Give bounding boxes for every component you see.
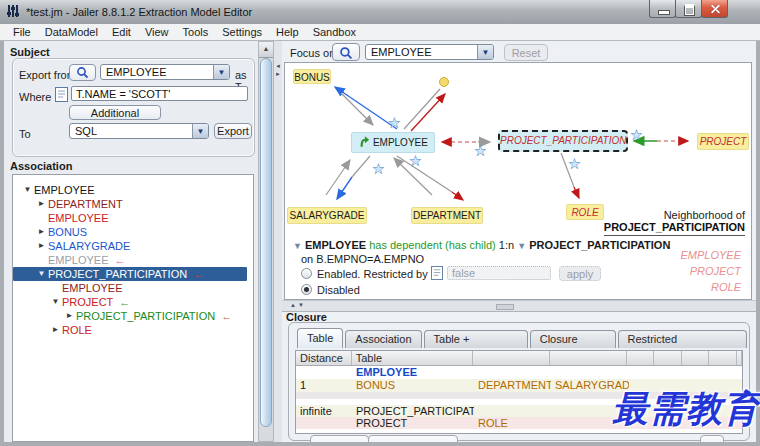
subject-search-button[interactable]	[69, 64, 96, 81]
menu-help[interactable]: Help	[269, 25, 306, 39]
splitter-collapse-right-icon[interactable]: ►	[275, 71, 281, 77]
disabled-radio[interactable]	[301, 284, 312, 295]
left-panel-scrollbar[interactable]: ▲	[258, 41, 274, 442]
graph-node-bonus[interactable]: BONUS	[293, 69, 331, 84]
title-bar[interactable]: *test.jm - Jailer 8.8.1.2 Extraction Mod…	[0, 0, 760, 25]
tree-item-role[interactable]: ►ROLE	[13, 323, 253, 337]
tree-item-label[interactable]: PROJECT_PARTICIPATION	[76, 310, 215, 322]
chevron-down-icon[interactable]: ▼	[213, 65, 229, 79]
tree-item-label[interactable]: EMPLOYEE	[62, 282, 123, 294]
column-header-empty[interactable]	[550, 351, 628, 365]
column-header-empty[interactable]	[627, 351, 654, 365]
tab-association[interactable]: Association	[345, 330, 421, 348]
splitter-up-icon[interactable]: ▲	[290, 302, 296, 308]
tree-item-employee[interactable]: EMPLOYEE	[13, 211, 253, 225]
tab-closure-border[interactable]: Closure Border	[530, 330, 616, 348]
tree-collapsed-icon[interactable]: ►	[35, 197, 48, 211]
tree-item-label[interactable]: PROJECT	[62, 296, 113, 308]
column-header-table[interactable]: Table	[352, 351, 473, 365]
tree-item-label[interactable]: BONUS	[48, 226, 87, 238]
tree-item-employee-ignored[interactable]: EMPLOYEE←	[13, 253, 253, 267]
bottom-partial-button[interactable]	[310, 435, 369, 442]
vertical-splitter[interactable]: ◄ ►	[274, 41, 282, 442]
enabled-label: Enabled. Restricted by	[317, 268, 428, 280]
export-button[interactable]: Export	[214, 123, 252, 139]
graph-node-employee[interactable]: EMPLOYEE	[351, 132, 435, 153]
menu-file[interactable]: File	[6, 25, 38, 39]
graph-node-salarygrade[interactable]: SALARYGRADE	[287, 207, 367, 224]
graph-node-department[interactable]: DEPARTMENT	[411, 207, 483, 224]
reset-button[interactable]: Reset	[504, 44, 548, 61]
bottom-partial-button[interactable]	[368, 435, 458, 442]
svg-text:★: ★	[475, 144, 486, 158]
maximize-button[interactable]	[675, 0, 702, 18]
focus-table-combo[interactable]: EMPLOYEE ▼	[365, 44, 494, 60]
graph-node-project[interactable]: PROJECT	[697, 133, 749, 150]
tree-item-employee-root[interactable]: ▼EMPLOYEE	[13, 183, 253, 197]
tree-item-project-participation-child[interactable]: ►PROJECT_PARTICIPATION←	[13, 309, 253, 323]
splitter-down-icon[interactable]: ▼	[298, 302, 304, 308]
tree-item-employee-child[interactable]: EMPLOYEE	[13, 281, 253, 295]
graph-node-project-participation[interactable]: PROJECT_PARTICIPATION	[498, 130, 628, 152]
export-format-value: SQL	[75, 124, 192, 138]
condition-editor-icon[interactable]	[55, 87, 68, 104]
bottom-partial-button[interactable]	[700, 435, 724, 442]
menu-sandbox[interactable]: Sandbox	[306, 25, 363, 39]
minimize-button[interactable]	[649, 0, 676, 18]
tree-item-label[interactable]: SALARYGRADE	[48, 240, 130, 252]
table-row[interactable]: EMPLOYEE	[296, 366, 742, 379]
tree-item-label[interactable]: DEPARTMENT	[48, 198, 123, 210]
tree-collapsed-icon[interactable]: ►	[49, 323, 62, 337]
tree-item-department[interactable]: ►DEPARTMENT	[13, 197, 253, 211]
tab-table-association[interactable]: Table + Association	[424, 330, 528, 348]
column-header-empty[interactable]	[709, 351, 737, 365]
tree-item-project[interactable]: ▼PROJECT←	[13, 295, 253, 309]
focus-search-button[interactable]	[332, 43, 360, 61]
column-header-empty[interactable]	[682, 351, 709, 365]
tree-expanded-icon[interactable]: ▼	[35, 267, 48, 281]
column-header-distance[interactable]: Distance	[296, 351, 352, 365]
tree-item-label[interactable]: EMPLOYEE	[34, 184, 95, 196]
chevron-down-icon[interactable]: ▼	[192, 124, 208, 138]
scrollbar-thumb[interactable]	[260, 58, 272, 427]
where-condition-input[interactable]	[71, 86, 248, 101]
enabled-radio[interactable]	[301, 268, 312, 279]
tree-item-label[interactable]: EMPLOYEE	[48, 254, 109, 266]
tree-collapsed-icon[interactable]: ►	[35, 239, 48, 253]
chevron-down-icon[interactable]: ▼	[477, 45, 493, 59]
menu-settings[interactable]: Settings	[215, 25, 269, 39]
splitter-grip[interactable]	[496, 304, 514, 310]
menu-edit[interactable]: Edit	[105, 25, 138, 39]
tree-item-label[interactable]: PROJECT_PARTICIPATION	[48, 268, 187, 280]
model-graph-canvas[interactable]: ★★★ ★★★ BONUS EMPLOYEE PROJECT_PARTICIPA…	[284, 62, 752, 300]
tree-item-label[interactable]: ROLE	[62, 324, 92, 336]
tree-expanded-icon[interactable]: ▼	[49, 295, 62, 309]
tab-restricted-dependencies[interactable]: Restricted Dependencies	[618, 330, 747, 348]
menu-view[interactable]: View	[138, 25, 176, 39]
focus-table-value: EMPLOYEE	[371, 45, 477, 59]
graph-node-role[interactable]: ROLE	[566, 204, 604, 220]
export-format-combo[interactable]: SQL ▼	[69, 123, 209, 139]
tree-item-salarygrade[interactable]: ►SALARYGRADE	[13, 239, 253, 253]
tree-item-project-participation-selected[interactable]: ▼PROJECT_PARTICIPATION←	[13, 267, 247, 281]
restriction-editor-icon[interactable]	[431, 266, 443, 282]
tree-collapsed-icon[interactable]: ►	[63, 309, 76, 323]
export-from-combo[interactable]: EMPLOYEE ▼	[100, 64, 230, 80]
close-button[interactable]	[701, 0, 728, 18]
column-header-empty[interactable]	[654, 351, 682, 365]
column-header-empty[interactable]	[473, 351, 550, 365]
additional-subjects-button[interactable]: Additional Subjects	[69, 105, 161, 120]
splitter-collapse-left-icon[interactable]: ◄	[275, 63, 281, 69]
restriction-condition-input[interactable]	[447, 266, 551, 280]
menu-tools[interactable]: Tools	[176, 25, 216, 39]
tree-collapsed-icon[interactable]: ►	[35, 225, 48, 239]
related-table: PROJECT	[690, 265, 741, 277]
apply-button[interactable]: apply	[559, 266, 601, 281]
tree-item-label[interactable]: EMPLOYEE	[48, 212, 109, 224]
menu-datamodel[interactable]: DataModel	[38, 25, 105, 39]
horizontal-splitter[interactable]: ▲ ▼	[282, 300, 756, 312]
tree-item-bonus[interactable]: ►BONUS	[13, 225, 253, 239]
tree-expanded-icon[interactable]: ▼	[21, 183, 34, 197]
tab-table[interactable]: Table	[297, 328, 343, 348]
scroll-up-button[interactable]: ▲	[259, 42, 273, 58]
